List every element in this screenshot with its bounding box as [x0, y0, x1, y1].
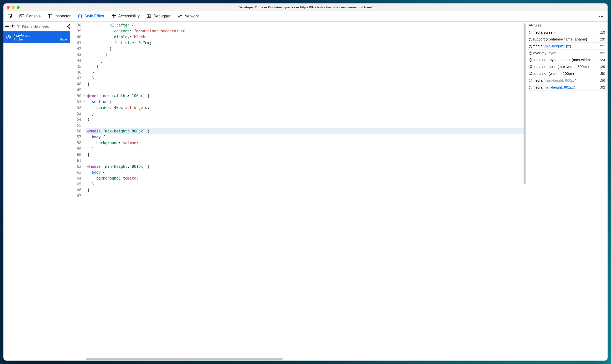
svg-point-4	[113, 14, 114, 15]
tab-inspector[interactable]: Inspector	[44, 11, 74, 21]
node-picker-button[interactable]	[4, 11, 16, 21]
stylesheet-item[interactable]: * style.css 7 rules. Save	[3, 31, 70, 43]
editor-vertical-scrollbar[interactable]	[523, 22, 526, 357]
code-line[interactable]: }	[87, 52, 526, 58]
code-line[interactable]	[87, 158, 526, 164]
svg-rect-3	[48, 14, 50, 18]
pointer-icon	[7, 13, 13, 19]
fold-gutter[interactable]: ▾▾▾▾▾▾▾	[82, 22, 86, 361]
code-line[interactable]: }	[87, 69, 526, 75]
code-line[interactable]: font-size: 0.7em;	[87, 40, 526, 46]
import-icon	[10, 24, 15, 29]
svg-point-8	[602, 16, 603, 17]
code-line[interactable]: }	[87, 146, 526, 152]
at-rule-row[interactable]: @container mycontainer1 (max-width: 800p…	[526, 56, 608, 63]
code-line[interactable]: body {	[87, 134, 526, 140]
at-rule-row[interactable]: @media (min-height: 1px):21	[526, 43, 608, 50]
code-line[interactable]: }	[87, 46, 526, 52]
at-rule-text: @media screen	[529, 30, 597, 34]
at-rule-row[interactable]: @media (min-height: 801px):62	[526, 84, 608, 91]
import-stylesheet-button[interactable]	[10, 23, 15, 30]
code-line[interactable]: section {	[87, 99, 526, 105]
at-rule-row[interactable]: @container hello (max-width: 800px):29	[526, 63, 608, 70]
window-titlebar: Developer Tools — Container queries — ht…	[3, 3, 608, 11]
code-line[interactable]: }	[87, 64, 526, 69]
accessibility-icon	[111, 14, 116, 19]
code-editor[interactable]: 3839404142434445464748495051525354555657…	[70, 22, 526, 361]
code-line[interactable]: background: salmon;	[87, 140, 526, 146]
filter-input[interactable]	[22, 25, 65, 28]
at-rule-row[interactable]: @media (max-height: 800px):56	[526, 77, 608, 84]
code-line[interactable]	[87, 87, 526, 93]
stylesheet-rule-count: 7 rules.	[14, 38, 24, 41]
new-stylesheet-button[interactable]	[5, 23, 9, 30]
code-line[interactable]: }	[87, 81, 526, 87]
at-rule-row[interactable]: @layer myLayer:22	[526, 50, 608, 56]
devtools-tabs: Console Inspector Style Editor	[3, 11, 608, 22]
editor-horizontal-scrollbar[interactable]	[86, 358, 523, 360]
code-line[interactable]: }	[87, 75, 526, 81]
at-rule-row[interactable]: @container (width > 100px):50	[526, 70, 608, 77]
code-line[interactable]: }	[87, 181, 526, 187]
code-line[interactable]: h1::after {	[87, 22, 526, 28]
devtools-window: Developer Tools — Container queries — ht…	[3, 3, 608, 361]
at-rule-text: @media (min-height: 1px)	[529, 44, 597, 48]
code-line[interactable]: body {	[87, 169, 526, 175]
overflow-menu-button[interactable]	[596, 11, 607, 21]
code-line[interactable]: }	[87, 111, 526, 117]
at-rule-text: @container mycontainer1 (max-width: 800p…	[529, 58, 597, 62]
tab-debugger[interactable]: Debugger	[143, 11, 174, 21]
style-editor-icon	[78, 14, 83, 19]
code-line[interactable]: }	[87, 152, 526, 158]
visibility-toggle[interactable]	[6, 35, 11, 40]
tab-style-editor[interactable]: Style Editor	[74, 11, 108, 21]
code-line[interactable]: background: tomato;	[87, 175, 526, 181]
stylesheets-sidebar: * style.css 7 rules. Save	[3, 22, 70, 361]
code-content[interactable]: h1::after { content: "@container myconta…	[86, 22, 526, 361]
eye-icon	[6, 35, 11, 40]
at-rule-line: :21	[600, 44, 605, 48]
tab-label: Debugger	[153, 14, 170, 18]
media-query-link[interactable]: max-height: 800px	[545, 78, 575, 82]
code-line[interactable]: content: "@container mycontainer	[87, 28, 526, 34]
code-line[interactable]: display: block;	[87, 34, 526, 40]
svg-rect-2	[48, 14, 52, 18]
code-line[interactable]: @media (max-height: 800px) {	[86, 128, 526, 134]
stylesheet-name: * style.css	[14, 33, 67, 38]
filter-icon	[17, 25, 21, 28]
at-rule-text: @container hello (max-width: 800px)	[529, 65, 597, 69]
at-rule-text: @media (min-height: 801px)	[529, 85, 597, 89]
at-rule-row[interactable]: @support (container-name: aname):20	[526, 36, 608, 43]
line-number-gutter: 3839404142434445464748495051525354555657…	[70, 22, 82, 361]
at-rule-text: @media (max-height: 800px)	[529, 78, 597, 82]
window-title: Developer Tools — Container queries — ht…	[3, 5, 608, 9]
tab-label: Style Editor	[84, 14, 105, 18]
code-line[interactable]: }	[87, 187, 526, 193]
code-line[interactable]: @container (width > 100px) {	[87, 93, 526, 99]
code-line[interactable]: }	[87, 58, 526, 64]
code-line[interactable]: }	[87, 117, 526, 122]
tab-label: Inspector	[55, 14, 71, 18]
at-rule-line: :20	[600, 37, 605, 41]
code-line[interactable]	[87, 193, 526, 199]
at-rule-line: :22	[600, 51, 605, 55]
media-query-link[interactable]: min-height: 1px	[545, 44, 570, 48]
tab-accessibility[interactable]: Accessibility	[108, 11, 143, 21]
code-line[interactable]: border: 40px solid gold;	[87, 105, 526, 111]
at-rule-line: :56	[600, 78, 605, 82]
meatballs-icon	[598, 14, 604, 19]
save-link[interactable]: Save	[60, 38, 67, 41]
media-query-link[interactable]: min-height: 801px	[545, 85, 574, 89]
at-rules-title: At-rules	[526, 22, 608, 29]
tab-label: Network	[184, 14, 199, 18]
filter-wrap	[16, 25, 66, 28]
tab-network[interactable]: Network	[174, 11, 202, 21]
code-line[interactable]	[87, 122, 526, 128]
code-line[interactable]: @media (min-height: 801px) {	[87, 164, 526, 169]
at-rule-row[interactable]: @media screen:19	[526, 29, 608, 36]
svg-point-11	[8, 37, 9, 38]
tab-console[interactable]: Console	[16, 11, 44, 21]
svg-point-6	[599, 16, 600, 17]
console-icon	[19, 14, 24, 19]
svg-point-7	[601, 16, 602, 17]
